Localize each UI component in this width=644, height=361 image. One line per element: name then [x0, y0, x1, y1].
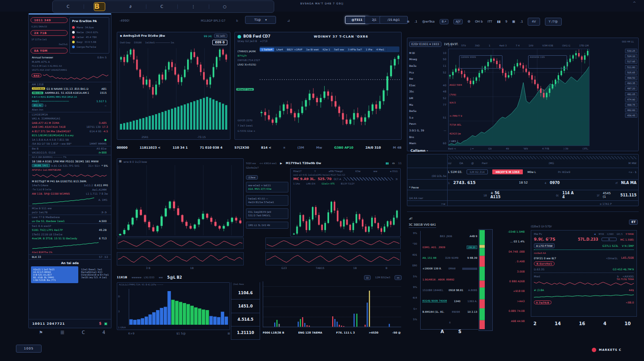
table-row[interactable]: B.8M184 (1L. 81. 89098 10 2.13	[422, 307, 478, 317]
volume-histogram[interactable]	[129, 289, 228, 325]
sparkline-red-1[interactable]	[43, 73, 108, 81]
footer-letter-a[interactable]: A	[441, 329, 444, 334]
sparkline-green-2[interactable]	[32, 241, 99, 250]
toolbar-icon-c1[interactable]: C	[53, 4, 84, 9]
list-item[interactable]: 5773 B18 G1 B NAVAR 131.13 .815 8A1.D A8…	[29, 87, 111, 91]
sparse-candle-chart[interactable]	[118, 165, 242, 235]
table-row[interactable]: Mnwg 50	[409, 56, 446, 63]
toolbar-item[interactable]: ITT	[487, 20, 492, 23]
table-row-e[interactable]: 18 + 56 A115 0( 114 A 4 1f 4545 (1 511.1…	[448, 191, 636, 199]
ticker-badge[interactable]: 2X 71B	[31, 30, 68, 36]
legend-item[interactable]: Gwrgw Pw7w1w	[72, 44, 107, 49]
list-item[interactable]: VA1B1G1/5. 011B ◔ 888	[29, 150, 111, 155]
column-header[interactable]: K3w	[355, 170, 360, 173]
four-tool-icon[interactable]: 4	[103, 330, 105, 335]
toolbar-icon-c2[interactable]: C	[146, 4, 178, 9]
ticker-badge[interactable]: 1011 349	[31, 17, 68, 23]
panel-a-sub[interactable]: Ow8 Gwp	[120, 41, 130, 44]
table-row[interactable]: 03M1. A01. .3909 (08.20	[422, 242, 478, 252]
play-icon[interactable]: ▶	[280, 161, 282, 165]
tab[interactable]: 3 APYa 5w7	[346, 48, 364, 51]
ticker-badge[interactable]: 8A Y0M	[31, 48, 68, 54]
column-header[interactable]: ww	[373, 170, 377, 173]
c-tool-icon[interactable]: C	[82, 330, 85, 335]
toolbar-item[interactable]: OH b	[475, 20, 483, 23]
column-header[interactable]: a D1G	[390, 170, 398, 173]
page-number[interactable]: 4	[603, 321, 606, 326]
mini-card[interactable]: D1L 1wg1B(X9 Jw9 531 D 7w9 5M(V1;	[246, 208, 288, 219]
table-row[interactable]: bM 52	[409, 95, 446, 101]
tab[interactable]: BB2Y +1RVP	[285, 48, 304, 51]
toolbar-item[interactable]: Θ	[468, 20, 470, 23]
symbol-selector[interactable]: E2Dr E1931 ▾ 1933	[409, 42, 441, 47]
panel-b-symbol[interactable]: BOB Fwd CD7	[243, 35, 270, 38]
table-row[interactable]: M BI 10	[409, 50, 446, 56]
list-item[interactable]: BLK 33 57 .53	[29, 254, 111, 260]
pair-chip[interactable]: A L7O F7XW	[534, 243, 555, 248]
event-stick-chart[interactable]	[263, 281, 401, 327]
legend-item[interactable]: Nw1w (34.6 82%	[72, 30, 107, 35]
corner-icon[interactable]: ^	[632, 1, 636, 5]
window-icon[interactable]: ▭	[392, 161, 395, 165]
flag-icon[interactable]: ⚑	[39, 330, 43, 335]
table-row-d[interactable]: 1 2743. 615 18 52 4 0970 rf NLA MA	[448, 180, 636, 185]
sparkline-red-2[interactable]	[32, 173, 107, 179]
list-item[interactable]: -7w 1 Ju1 B 1w1w Aw1.A1MM	[29, 188, 111, 192]
cursor-icon[interactable]: ⊿	[287, 19, 290, 23]
list-item[interactable]: 1B 1BB A B1B1 1PW MW P51G1 3B1M1 1B1 MWW	[29, 159, 111, 164]
list-item[interactable]: Bw B A5 B1w	[29, 146, 111, 151]
page-number[interactable]: 2	[533, 321, 537, 326]
list-item[interactable]: /5A BD D7 5B 1.B1P ~ww BB* 1MMT MMM5	[29, 142, 111, 146]
wallet-icon[interactable]: ▣	[104, 322, 107, 326]
table-row[interactable]: 8314$ 9009 74008 1340 1393 A.	[422, 296, 478, 306]
tab[interactable]: LAw4	[275, 48, 285, 51]
tab[interactable]: 4 Mw1	[375, 48, 387, 51]
toolbar-item[interactable]: Y /7@	[545, 18, 562, 26]
list-item[interactable]: Lww 77 B MwBwbww	[29, 215, 111, 219]
list-item[interactable]: 1Tw51 211B LB 15w1w	[29, 232, 111, 237]
list-item[interactable]: VA1 A. 31MMAMA1A1	[29, 116, 111, 121]
window-toggle-icon[interactable]: ▭	[395, 275, 402, 280]
list-item[interactable]: A 817 371 5A Mw 18w5M1B7 614.4 95 -4.5	[29, 129, 111, 134]
panel-a-sub[interactable]: D3G98	[134, 41, 142, 44]
mini-card[interactable]: hw1w1 43 /(/) — 4w19 B1/1w 57w1w1	[246, 195, 288, 206]
table-row[interactable]: 3.0(1 G, 39 —	[409, 127, 446, 134]
sliders-icon[interactable]: ☰	[61, 330, 65, 335]
flag-badge[interactable]: 0 7w70/8	[534, 300, 552, 304]
mini-card[interactable]: ww-w1w2 + bd(11 A1A. MV1 2(7) 63w	[246, 182, 288, 192]
markets-status[interactable]: MARKETS C	[592, 346, 639, 354]
table-row[interactable]: E1oc 40	[409, 82, 446, 88]
column-header[interactable]: aRN T9wgd	[329, 170, 342, 173]
list-item[interactable]: uv Ow 51; Bwdww 1ww1 A.500	[29, 219, 111, 223]
mid-h2[interactable]: << 43814 ww1	[260, 162, 277, 165]
table-row[interactable]: 1.90/4816 . A908. 89892	[422, 274, 478, 285]
table-row[interactable]: 35c 48	[409, 88, 446, 95]
mid-chip[interactable]: (13ww	[246, 175, 258, 180]
page-number[interactable]: 14	[555, 321, 561, 326]
sound-icon[interactable]: ◂	[594, 232, 595, 235]
table-row-c[interactable]: L 51M 03. ILM R2.314 H9(XY'S M 1353 M0w …	[448, 169, 636, 174]
list-item[interactable]: Alwn Inn	[29, 108, 111, 112]
buy-badge[interactable]: M2w37 1ww	[236, 88, 254, 91]
toolbar-item[interactable]: ▮▮	[497, 20, 501, 23]
grid-toggle-icon[interactable]: ⊡	[364, 275, 371, 280]
oscillator-strip[interactable]	[117, 238, 244, 249]
list-item[interactable]: AA8 1M1 A5/A7A1A 7A18 18751 139 17.3	[29, 125, 111, 129]
list-item[interactable]: 14w7v1Aww 1x11:2 0.X11 PP0	[29, 183, 111, 188]
heat-strip[interactable]	[479, 230, 485, 329]
grid-icon[interactable]: ⊞	[119, 160, 122, 163]
oscillator-strip[interactable]	[117, 252, 244, 265]
table-row[interactable]: Mwm 60	[409, 140, 446, 146]
footer-letter-s[interactable]: S	[458, 329, 461, 334]
toolbar-item[interactable]: .1	[520, 20, 523, 23]
toolbar-item[interactable]: AJY	[453, 19, 463, 24]
table-row[interactable]: Bw3a 11	[409, 62, 446, 69]
list-item[interactable]: Annual tvnwowr 0.8m 5	[29, 55, 111, 60]
oscillator-strip[interactable]	[265, 252, 401, 265]
list-item[interactable]: B51 AV 0 ~	[29, 104, 111, 108]
list-item[interactable]: 51B1 7V2) L7P1 4w17P 45.2B	[29, 228, 111, 232]
legend-item[interactable]: Bwgr 33 6 5.6B	[72, 39, 107, 44]
list-item[interactable]: MAB1 ────────────────── 1.517 1	[29, 99, 111, 104]
list-item[interactable]: A B 5 A M/A1 B1MM1 MM1 M18 1M1A 1A	[29, 95, 111, 100]
panel-a-price-chip[interactable]: E09 0	[212, 40, 227, 45]
